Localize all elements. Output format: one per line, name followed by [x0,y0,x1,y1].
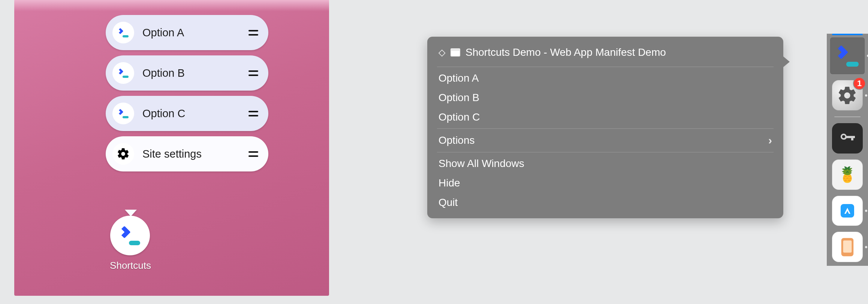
app-launcher-icon[interactable] [110,216,150,255]
shortcuts-logo-icon [117,26,130,39]
shortcut-label: Option C [142,107,248,120]
running-indicator-dot [865,246,867,248]
menu-item-show-all-windows[interactable]: Show All Windows [427,154,783,173]
shortcut-item-site-settings[interactable]: Site settings [106,136,268,171]
dock-item-simulator[interactable] [832,232,863,262]
shortcuts-logo-icon [117,107,130,120]
menu-item-option-b[interactable]: Option B [427,88,783,107]
dock-separator [834,116,861,117]
shortcut-label: Option A [142,27,248,39]
app-icon [838,202,856,220]
menu-item-options[interactable]: Options › [427,130,783,151]
dock-context-menu: ◇ Shortcuts Demo - Web App Manifest Demo… [427,37,783,218]
app-caption: Shortcuts [93,260,168,271]
menu-separator [437,128,774,129]
menu-item-quit[interactable]: Quit [427,193,783,212]
menu-item-label: Show All Windows [438,158,524,170]
shortcut-app-icon [112,22,134,43]
shortcut-item-option-b[interactable]: Option B [106,55,268,91]
drag-handle-icon[interactable] [248,111,259,116]
pineapple-icon: 🍍 [838,167,857,182]
notification-badge: 1 [853,77,866,90]
menu-separator [437,67,774,67]
dock-item-keychain-access[interactable] [832,123,863,153]
menu-item-hide[interactable]: Hide [427,173,783,193]
running-indicator-dot [865,210,867,212]
shortcut-item-option-a[interactable]: Option A [106,15,268,50]
dock-active-indicator [832,34,863,35]
shortcut-item-option-c[interactable]: Option C [106,96,268,131]
dock-item-app-generic[interactable] [832,196,863,226]
menu-separator [437,152,774,152]
shortcut-app-icon [112,62,134,84]
shortcuts-logo-icon [118,223,142,248]
svg-rect-2 [843,240,852,253]
android-homescreen: Option A Option B Option C Site settings [14,0,329,296]
shortcut-app-icon [112,103,134,124]
menu-item-label: Options [438,134,475,146]
phone-icon [840,237,855,257]
drag-handle-icon[interactable] [248,70,259,76]
menu-pointer [783,56,790,67]
menu-item-option-a[interactable]: Option A [427,69,783,88]
keys-icon [838,129,856,147]
drag-handle-icon[interactable] [248,30,259,36]
settings-gear-icon [112,143,134,165]
menu-item-label: Hide [438,177,460,189]
gradient-fade [14,0,329,11]
menu-title-row[interactable]: ◇ Shortcuts Demo - Web App Manifest Demo [427,43,783,65]
drag-handle-icon[interactable] [248,151,259,157]
menu-title: Shortcuts Demo - Web App Manifest Demo [465,46,772,58]
dock-item-system-settings[interactable]: 1 [832,80,863,110]
window-icon [450,48,460,57]
menu-item-label: Option B [438,92,479,104]
running-indicator-dot [865,94,867,97]
shortcut-label: Option B [142,67,248,79]
menu-item-label: Option C [438,111,480,123]
menu-item-label: Option A [438,72,479,84]
dock-item-shortcuts-demo[interactable] [830,37,865,74]
shortcuts-logo-icon [834,42,861,69]
dock-item-handbrake[interactable]: 🍍 [832,159,863,190]
menu-item-label: Quit [438,197,458,209]
shortcuts-logo-icon [117,67,130,79]
shortcut-popup: Option A Option B Option C Site settings [106,15,268,171]
shortcut-label: Site settings [142,148,248,160]
chevron-right-icon: › [768,134,772,147]
menu-item-option-c[interactable]: Option C [427,107,783,127]
diamond-icon: ◇ [438,47,445,58]
macos-dock: 1 🍍 [827,34,868,266]
